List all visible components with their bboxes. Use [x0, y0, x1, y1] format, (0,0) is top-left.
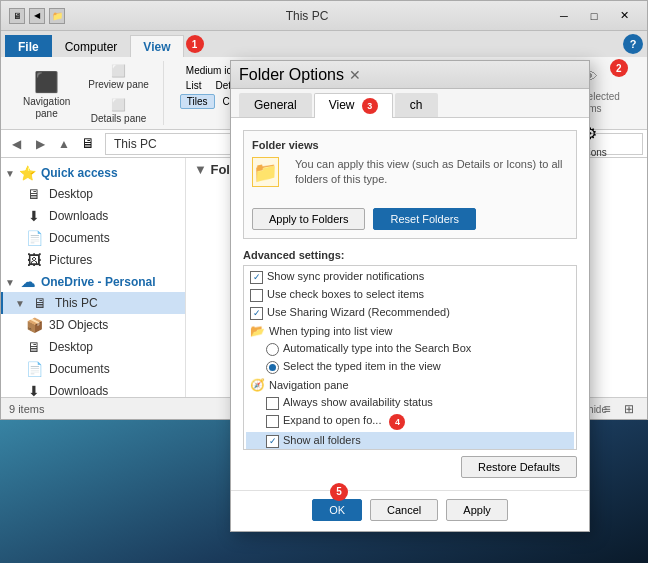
status-items-count: 9 items [9, 403, 44, 415]
sidebar: ▼ ⭐ Quick access 🖥 Desktop ⬇ Downloads 📄… [1, 158, 186, 397]
dialog-tab-search-label: ch [410, 98, 423, 112]
apply-button[interactable]: Apply [446, 499, 508, 521]
badge-4: 4 [389, 414, 405, 430]
up-button[interactable]: ▲ [53, 134, 75, 154]
ribbon-section-panes: ⬛ Navigation pane ⬜ Preview pane ⬜ Detai… [9, 61, 164, 125]
setting-sharing-wizard-label: Use Sharing Wizard (Recommended) [267, 306, 450, 318]
desktop1-label: Desktop [49, 187, 93, 201]
3d-objects-icon: 📦 [25, 317, 43, 333]
folder-views-label: Folder views [252, 139, 568, 151]
dialog-tab-general-label: General [254, 98, 297, 112]
sidebar-item-pictures[interactable]: 🖼 Pictures [1, 249, 185, 271]
setting-availability[interactable]: Always show availability status [246, 394, 574, 412]
preview-pane-icon: ⬜ [111, 63, 127, 79]
setting-sharing-wizard-check: ✓ [253, 308, 261, 318]
sidebar-item-3d-objects[interactable]: 📦 3D Objects [1, 314, 185, 336]
desktop2-label: Desktop [49, 340, 93, 354]
restore-defaults-container: Restore Defaults [243, 456, 577, 478]
dialog-close-button[interactable]: ✕ [344, 65, 366, 85]
pc-icon: 🖥 [81, 135, 99, 153]
tab-view[interactable]: View [130, 35, 183, 57]
badge-1: 1 [186, 35, 204, 53]
setting-show-all-folders[interactable]: ✓ Show all folders [246, 432, 574, 450]
folder-icon: 📁 [49, 8, 65, 24]
dialog-tab-search[interactable]: ch [395, 93, 438, 117]
setting-select-typed[interactable]: Select the typed item in the view [246, 358, 574, 376]
sidebar-item-downloads2[interactable]: ⬇ Downloads [1, 380, 185, 397]
setting-availability-label: Always show availability status [283, 396, 433, 408]
dialog-tab-general[interactable]: General [239, 93, 312, 117]
setting-check-boxes-label: Use check boxes to select items [267, 288, 424, 300]
advanced-settings-list[interactable]: ✓ Show sync provider notifications Use c… [243, 265, 577, 450]
setting-availability-checkbox [266, 397, 279, 410]
this-pc-icon: 🖥 [31, 295, 49, 311]
forward-button[interactable]: ▶ [29, 134, 51, 154]
title-bar-controls: ─ □ ✕ [549, 6, 639, 26]
dialog-tab-view-label: View [329, 98, 355, 112]
setting-show-sync-check: ✓ [253, 272, 261, 282]
setting-auto-type[interactable]: Automatically type into the Search Box [246, 340, 574, 358]
quick-access-header[interactable]: ▼ ⭐ Quick access [1, 162, 185, 183]
setting-show-sync-label: Show sync provider notifications [267, 270, 424, 282]
onedrive-arrow: ▼ [5, 277, 15, 288]
maximize-button[interactable]: □ [579, 6, 609, 26]
documents-label: Documents [49, 231, 110, 245]
title-bar: 🖥 ◀ 📁 This PC ─ □ ✕ [1, 1, 647, 31]
apply-to-folders-button[interactable]: Apply to Folders [252, 208, 365, 230]
address-path-text: This PC [114, 137, 157, 151]
downloads2-icon: ⬇ [25, 383, 43, 397]
setting-typing-section: 📂 When typing into list view [246, 322, 574, 340]
desktop2-icon: 🖥 [25, 339, 43, 355]
downloads-icon: ⬇ [25, 208, 43, 224]
onedrive-header[interactable]: ▼ ☁ OneDrive - Personal [1, 271, 185, 292]
window-title: This PC [65, 9, 549, 23]
preview-pane-button[interactable]: ⬜ Preview pane [82, 61, 155, 93]
navigation-pane-button[interactable]: ⬛ Navigation pane [17, 66, 76, 122]
nav-pane-icon: ⬛ [33, 68, 61, 96]
cancel-button[interactable]: Cancel [370, 499, 438, 521]
sidebar-item-downloads[interactable]: ⬇ Downloads [1, 205, 185, 227]
tab-computer[interactable]: Computer [52, 35, 131, 57]
folder-views-desc: You can apply this view (such as Details… [295, 157, 568, 188]
large-icons-view-button[interactable]: ⊞ [619, 401, 639, 417]
quick-access-icon: ⭐ [19, 165, 37, 181]
sidebar-item-this-pc[interactable]: ▼ 🖥 This PC [1, 292, 185, 314]
typing-section-label: When typing into list view [269, 325, 393, 337]
ok-button[interactable]: OK [312, 499, 362, 521]
preview-pane-label: Preview pane [88, 79, 149, 91]
dialog-title: Folder Options [239, 66, 344, 84]
this-pc-arrow: ▼ [15, 298, 25, 309]
sidebar-item-desktop2[interactable]: 🖥 Desktop [1, 336, 185, 358]
setting-check-boxes[interactable]: Use check boxes to select items [246, 286, 574, 304]
details-pane-button[interactable]: ⬜ Details pane [82, 95, 155, 127]
tab-file[interactable]: File [5, 35, 52, 57]
setting-show-sync[interactable]: ✓ Show sync provider notifications [246, 268, 574, 286]
sidebar-item-documents[interactable]: 📄 Documents [1, 227, 185, 249]
setting-sharing-wizard[interactable]: ✓ Use Sharing Wizard (Recommended) [246, 304, 574, 322]
reset-folders-button[interactable]: Reset Folders [373, 208, 475, 230]
documents2-label: Documents [49, 362, 110, 376]
sidebar-item-desktop1[interactable]: 🖥 Desktop [1, 183, 185, 205]
setting-show-sync-checkbox: ✓ [250, 271, 263, 284]
tiles-button[interactable]: Tiles [180, 94, 215, 109]
window-icon: 🖥 [9, 8, 25, 24]
setting-expand[interactable]: Expand to open fo... 4 [246, 412, 574, 432]
quick-access-label: Quick access [41, 166, 118, 180]
sidebar-item-documents2[interactable]: 📄 Documents [1, 358, 185, 380]
back-button[interactable]: ◀ [5, 134, 27, 154]
dialog-tab-view[interactable]: View 3 [314, 93, 393, 118]
folder-views-icon: 📁 [252, 157, 279, 187]
documents2-icon: 📄 [25, 361, 43, 377]
minimize-button[interactable]: ─ [549, 6, 579, 26]
list-button[interactable]: List [180, 79, 208, 92]
onedrive-icon: ☁ [19, 274, 37, 290]
help-icon[interactable]: ? [623, 34, 643, 54]
close-button[interactable]: ✕ [609, 6, 639, 26]
desktop1-icon: 🖥 [25, 186, 43, 202]
setting-check-boxes-checkbox [250, 289, 263, 302]
title-bar-icons: 🖥 ◀ 📁 [9, 8, 65, 24]
restore-defaults-button[interactable]: Restore Defaults [461, 456, 577, 478]
folder-options-dialog: Folder Options ✕ General View 3 ch Folde… [230, 60, 590, 532]
nav-pane-label: Navigation pane [23, 96, 70, 120]
quick-access-arrow: ▼ [5, 168, 15, 179]
